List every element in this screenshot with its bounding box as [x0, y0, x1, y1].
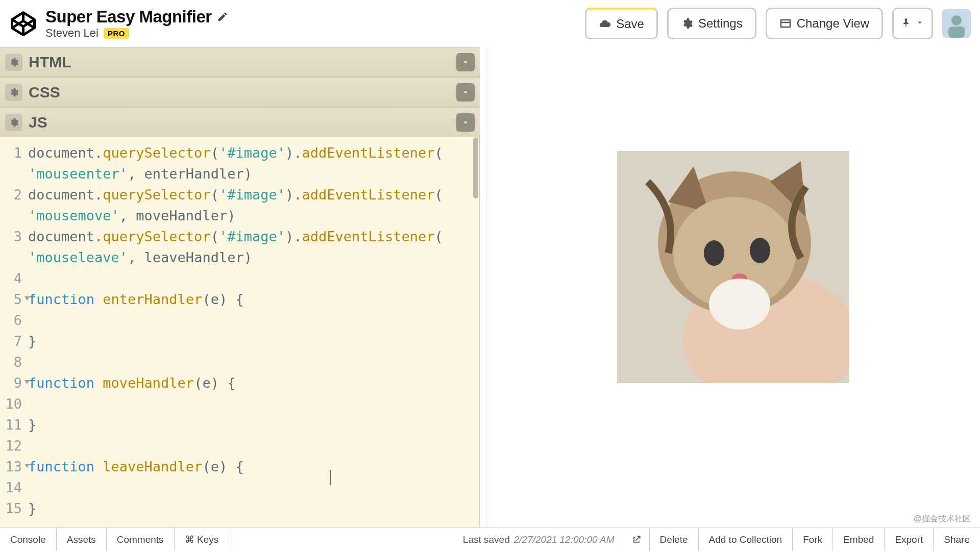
preview-pane[interactable]	[486, 47, 980, 528]
code-text[interactable]: document.querySelector('#image').addEven…	[28, 184, 443, 205]
code-line[interactable]: 'mouseenter', enterHandler)	[0, 163, 479, 184]
embed-button[interactable]: Embed	[832, 528, 884, 551]
user-avatar[interactable]	[942, 9, 971, 38]
code-line[interactable]: 12	[0, 435, 479, 456]
pin-dropdown-button[interactable]	[892, 8, 933, 39]
code-line[interactable]: 3document.querySelector('#image').addEve…	[0, 226, 479, 247]
code-line[interactable]: 'mouseleave', leaveHandler)	[0, 247, 479, 268]
settings-button[interactable]: Settings	[667, 8, 756, 39]
settings-label: Settings	[698, 16, 743, 31]
css-panel-title[interactable]: CSS	[29, 84, 456, 101]
js-settings-icon[interactable]	[5, 114, 22, 131]
line-number: 4	[0, 268, 28, 289]
code-text[interactable]: document.querySelector('#image').addEven…	[28, 142, 443, 163]
line-number: 8	[0, 352, 28, 372]
svg-point-13	[750, 238, 770, 263]
code-line[interactable]: 1document.querySelector('#image').addEve…	[0, 142, 479, 163]
fork-button[interactable]: Fork	[792, 528, 832, 551]
code-line[interactable]: 'mousemove', moveHandler)	[0, 205, 479, 226]
footer-bar: Console Assets Comments ⌘ Keys Last save…	[0, 528, 980, 551]
save-label: Save	[616, 17, 644, 31]
js-editor[interactable]: 1document.querySelector('#image').addEve…	[0, 137, 480, 528]
html-collapse-icon[interactable]	[456, 53, 475, 71]
watermark-text: @掘金技术社区	[914, 514, 971, 524]
line-number: 1	[0, 142, 28, 163]
code-text[interactable]: }	[28, 498, 36, 519]
line-number: 2	[0, 184, 28, 205]
html-panel: HTML	[0, 47, 480, 77]
export-button[interactable]: Export	[884, 528, 933, 551]
line-number: 12	[0, 435, 28, 456]
author-name[interactable]: Steven Lei	[45, 27, 99, 40]
code-line[interactable]: 10	[0, 393, 479, 414]
change-view-button[interactable]: Change View	[766, 8, 883, 39]
line-number: 11	[0, 414, 28, 435]
code-text[interactable]: function leaveHandler(e) {	[28, 456, 244, 477]
html-panel-title[interactable]: HTML	[29, 54, 456, 71]
keys-button[interactable]: ⌘ Keys	[175, 528, 230, 551]
code-text[interactable]: document.querySelector('#image').addEven…	[28, 226, 443, 247]
code-text[interactable]: function enterHandler(e) {	[28, 289, 244, 310]
scrollbar-thumb[interactable]	[473, 137, 478, 198]
line-number: 5	[0, 289, 28, 310]
code-line[interactable]: 14	[0, 477, 479, 498]
pin-icon	[901, 16, 911, 31]
svg-point-15	[709, 279, 770, 330]
line-number: 7	[0, 331, 28, 352]
console-button[interactable]: Console	[0, 528, 57, 551]
delete-button[interactable]: Delete	[649, 528, 698, 551]
code-line[interactable]: 8	[0, 352, 479, 372]
line-number: 13	[0, 456, 28, 477]
code-text[interactable]: }	[28, 414, 36, 435]
js-panel-title[interactable]: JS	[29, 114, 456, 131]
code-text[interactable]: 'mouseleave', leaveHandler)	[28, 247, 252, 268]
share-popout-icon[interactable]	[624, 528, 649, 551]
code-line[interactable]: 7}	[0, 331, 479, 352]
css-collapse-icon[interactable]	[456, 83, 475, 102]
code-text[interactable]: }	[28, 331, 36, 352]
line-number: 10	[0, 393, 28, 414]
css-settings-icon[interactable]	[5, 84, 22, 101]
svg-rect-3	[781, 20, 790, 27]
js-panel: JS 1document.querySelector('#image').add…	[0, 107, 480, 528]
code-line[interactable]: 4	[0, 268, 479, 289]
preview-image[interactable]	[617, 151, 849, 383]
line-number: 9	[0, 372, 28, 393]
saved-label: Last saved	[463, 534, 510, 545]
assets-button[interactable]: Assets	[57, 528, 107, 551]
save-button[interactable]: Save	[585, 8, 658, 39]
code-text[interactable]: function moveHandler(e) {	[28, 372, 235, 393]
svg-point-6	[951, 15, 962, 26]
code-line[interactable]: 11}	[0, 414, 479, 435]
code-line[interactable]: 15}	[0, 498, 479, 519]
svg-rect-7	[948, 27, 965, 38]
fold-arrow-icon[interactable]	[24, 380, 30, 384]
pro-badge: PRO	[104, 28, 129, 39]
comments-button[interactable]: Comments	[107, 528, 175, 551]
share-button[interactable]: Share	[933, 528, 980, 551]
js-collapse-icon[interactable]	[456, 113, 475, 132]
fold-arrow-icon[interactable]	[24, 464, 30, 468]
html-settings-icon[interactable]	[5, 54, 22, 71]
gear-icon	[681, 17, 693, 30]
line-number: 15	[0, 498, 28, 519]
code-line[interactable]: 6	[0, 310, 479, 331]
code-text[interactable]: 'mousemove', moveHandler)	[28, 205, 235, 226]
codepen-logo[interactable]	[9, 10, 37, 38]
cloud-icon	[599, 18, 611, 30]
layout-icon	[779, 17, 792, 30]
chevron-down-icon	[915, 18, 924, 29]
change-view-label: Change View	[797, 16, 869, 31]
code-text[interactable]: 'mouseenter', enterHandler)	[28, 163, 252, 184]
pen-title[interactable]: Super Easy Magnifier	[45, 7, 585, 27]
text-cursor	[330, 470, 331, 485]
add-to-collection-button[interactable]: Add to Collection	[698, 528, 793, 551]
code-line[interactable]: 9function moveHandler(e) {	[0, 372, 479, 393]
edit-icon[interactable]	[217, 7, 228, 27]
svg-point-12	[704, 240, 724, 266]
code-line[interactable]: 13function leaveHandler(e) {	[0, 456, 479, 477]
code-line[interactable]: 2document.querySelector('#image').addEve…	[0, 184, 479, 205]
fold-arrow-icon[interactable]	[24, 296, 30, 300]
code-line[interactable]: 5function enterHandler(e) {	[0, 289, 479, 310]
line-number: 14	[0, 477, 28, 498]
